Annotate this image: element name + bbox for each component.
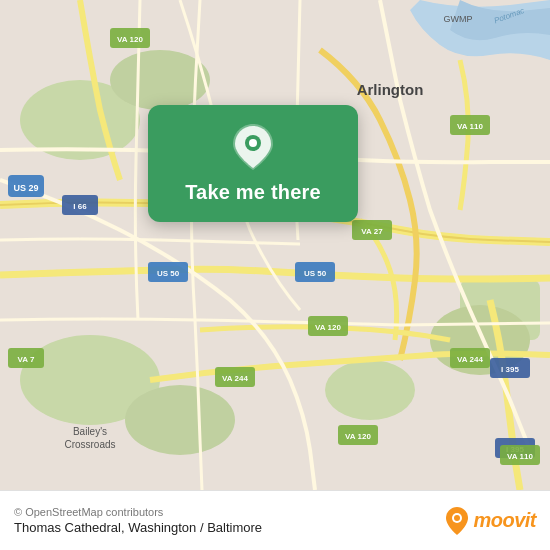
svg-text:US 29: US 29 — [13, 183, 38, 193]
svg-text:Arlington: Arlington — [357, 81, 424, 98]
bottom-bar: © OpenStreetMap contributors Thomas Cath… — [0, 490, 550, 550]
take-me-there-label: Take me there — [185, 181, 321, 204]
svg-text:VA 110: VA 110 — [507, 452, 533, 461]
svg-text:VA 244: VA 244 — [457, 355, 483, 364]
map-background: US 29 I 66 VA 120 Arlington GWMP VA 110 … — [0, 0, 550, 490]
svg-text:VA 7: VA 7 — [18, 355, 35, 364]
svg-point-46 — [454, 515, 460, 521]
svg-text:VA 120: VA 120 — [315, 323, 341, 332]
svg-point-7 — [325, 360, 415, 420]
svg-text:I 66: I 66 — [73, 202, 87, 211]
svg-point-44 — [249, 139, 257, 147]
svg-text:Crossroads: Crossroads — [64, 439, 115, 450]
take-me-there-popup[interactable]: Take me there — [148, 105, 358, 222]
svg-text:VA 120: VA 120 — [345, 432, 371, 441]
svg-text:GWMP: GWMP — [444, 14, 473, 24]
svg-text:VA 27: VA 27 — [361, 227, 383, 236]
moovit-logo: moovit — [445, 507, 536, 535]
map-container: US 29 I 66 VA 120 Arlington GWMP VA 110 … — [0, 0, 550, 490]
svg-text:I 395: I 395 — [501, 365, 519, 374]
svg-text:Bailey's: Bailey's — [73, 426, 107, 437]
svg-point-6 — [125, 385, 235, 455]
svg-text:VA 110: VA 110 — [457, 122, 483, 131]
moovit-pin-icon — [445, 507, 469, 535]
moovit-text: moovit — [473, 509, 536, 532]
svg-text:VA 244: VA 244 — [222, 374, 248, 383]
copyright-text: © OpenStreetMap contributors — [14, 506, 435, 518]
location-pin-icon — [229, 123, 277, 171]
svg-text:US 50: US 50 — [157, 269, 180, 278]
svg-text:VA 120: VA 120 — [117, 35, 143, 44]
svg-text:US 50: US 50 — [304, 269, 327, 278]
location-info: Thomas Cathedral, Washington / Baltimore — [14, 520, 435, 535]
